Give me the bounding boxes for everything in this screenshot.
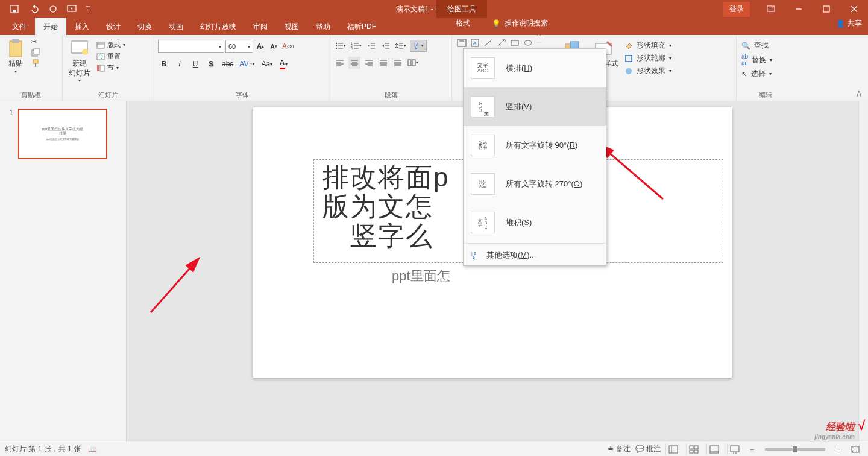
notes-button[interactable]: ≐ 备注 — [608, 444, 630, 454]
align-left-button[interactable] — [334, 57, 346, 69]
zoom-out-button[interactable]: − — [747, 445, 756, 454]
text-direction-vertical[interactable]: ABC文字 竖排(V) — [464, 87, 606, 126]
bullets-button[interactable]: ▾ — [334, 40, 347, 52]
slideshow-view-icon[interactable] — [727, 443, 743, 455]
rectangle-shape-icon[interactable] — [509, 37, 521, 48]
underline-button[interactable]: U — [189, 58, 201, 70]
slide-thumbnail-panel[interactable]: 1 ppt里面怎么将文字改为竖 排版 ppt里面怎么将文字改为竖排版 — [0, 101, 127, 442]
vertical-scrollbar[interactable] — [858, 101, 868, 442]
tab-file[interactable]: 文件 — [4, 18, 35, 35]
font-size-input[interactable]: 60▾ — [225, 40, 253, 53]
title-bar: 演示文稿1 - PowerPoint 绘图工具 登录 — [0, 0, 868, 18]
collapse-ribbon-icon[interactable]: ᐱ — [854, 90, 864, 98]
bold-button[interactable]: B — [158, 58, 170, 70]
shape-outline-button[interactable]: 形状轮廓▾ — [623, 52, 690, 64]
maximize-button[interactable] — [813, 0, 840, 18]
new-slide-button[interactable]: 新建 幻灯片 ▾ — [66, 37, 93, 86]
numbering-button[interactable]: 123▾ — [350, 40, 363, 52]
shape-fill-button[interactable]: 形状填充▾ — [623, 40, 690, 51]
text-direction-stacked[interactable]: 文字ABC 堆积(S) — [464, 203, 606, 242]
font-color-button[interactable]: A▾ — [277, 58, 289, 70]
font-name-input[interactable]: ▾ — [158, 40, 224, 53]
line-shape-icon[interactable] — [482, 37, 494, 48]
select-button[interactable]: ↖选择▾ — [740, 68, 773, 80]
increase-font-icon[interactable]: A▴ — [254, 40, 266, 52]
text-direction-rotate-90[interactable]: 文字ABC 所有文字旋转 90°(R) — [464, 126, 606, 165]
slideshow-start-icon[interactable] — [64, 1, 81, 17]
gallery-more-icon[interactable] — [535, 37, 542, 48]
replace-button[interactable]: abac替换▾ — [740, 52, 773, 67]
close-button[interactable] — [840, 0, 868, 18]
tab-home[interactable]: 开始 — [35, 18, 66, 35]
tab-design[interactable]: 设计 — [98, 18, 129, 35]
distribute-button[interactable] — [392, 57, 404, 69]
arrow-shape-icon[interactable] — [495, 37, 508, 48]
shapes-gallery[interactable]: A — [456, 37, 558, 48]
save-icon[interactable] — [6, 1, 23, 17]
strikethrough-button[interactable]: abc — [221, 58, 234, 70]
slide-sorter-view-icon[interactable] — [686, 443, 702, 455]
tab-help[interactable]: 帮助 — [307, 18, 339, 35]
svg-rect-83 — [669, 446, 678, 453]
clear-format-icon[interactable]: A⌫ — [281, 40, 295, 52]
change-case-button[interactable]: Aa▾ — [260, 58, 274, 70]
section-button[interactable]: 节▾ — [95, 63, 127, 73]
tab-foxit-pdf[interactable]: 福昕PDF — [339, 18, 385, 35]
line-spacing-button[interactable]: ▾ — [394, 40, 407, 52]
zoom-slider[interactable] — [765, 448, 825, 451]
minimize-button[interactable] — [785, 0, 813, 18]
italic-button[interactable]: I — [174, 58, 186, 70]
shape-effects-button[interactable]: 形状效果▾ — [623, 65, 690, 77]
login-button[interactable]: 登录 — [723, 2, 750, 17]
increase-indent-button[interactable] — [380, 40, 392, 52]
cut-button[interactable]: ✂ — [30, 37, 41, 46]
layout-button[interactable]: 版式▾ — [95, 40, 127, 50]
normal-view-icon[interactable] — [665, 443, 681, 455]
shadow-button[interactable]: S — [205, 58, 217, 70]
align-right-button[interactable] — [363, 57, 375, 69]
oval-shape-icon[interactable] — [522, 37, 534, 48]
undo-icon[interactable] — [25, 1, 42, 17]
qat-customize-icon[interactable] — [83, 1, 93, 17]
format-painter-button[interactable] — [30, 59, 41, 68]
char-spacing-button[interactable]: AV↔▾ — [238, 58, 256, 70]
share-button[interactable]: 👤 共享 — [836, 18, 862, 28]
redo-icon[interactable] — [45, 1, 61, 17]
tell-me-search[interactable]: 💡 操作说明搜索 — [486, 18, 554, 28]
zoom-slider-thumb[interactable] — [793, 446, 797, 452]
copy-button[interactable] — [30, 48, 41, 57]
svg-point-16 — [82, 49, 88, 55]
copy-icon — [31, 48, 40, 57]
text-direction-horizontal[interactable]: 文字ABC 横排(H) — [464, 49, 606, 87]
ribbon-display-options-icon[interactable] — [757, 0, 785, 18]
text-direction-more-options[interactable]: ||A 其他选项(M)... — [464, 245, 606, 265]
reset-button[interactable]: 重置 — [95, 51, 127, 62]
justify-button[interactable] — [377, 57, 389, 69]
tab-animations[interactable]: 动画 — [160, 18, 192, 35]
slide-thumbnail-preview[interactable]: ppt里面怎么将文字改为竖 排版 ppt里面怎么将文字改为竖排版 — [18, 109, 107, 159]
slide-thumbnail-1[interactable]: 1 ppt里面怎么将文字改为竖 排版 ppt里面怎么将文字改为竖排版 — [5, 109, 121, 159]
comments-button[interactable]: 💬 批注 — [635, 444, 661, 454]
tab-format[interactable]: 格式 — [447, 18, 479, 28]
textbox-shape-icon[interactable] — [456, 37, 468, 48]
tab-view[interactable]: 视图 — [276, 18, 307, 35]
tab-transitions[interactable]: 切换 — [129, 18, 160, 35]
fit-to-window-icon[interactable] — [848, 443, 863, 455]
zoom-in-button[interactable]: + — [834, 445, 843, 454]
subtitle-textbox[interactable]: ppt里面怎 — [392, 267, 450, 285]
columns-button[interactable]: ▾ — [406, 57, 420, 69]
decrease-indent-button[interactable] — [365, 40, 377, 52]
align-center-button[interactable] — [348, 57, 360, 69]
tab-review[interactable]: 审阅 — [245, 18, 276, 35]
lightbulb-icon: 💡 — [492, 19, 501, 28]
text-direction-rotate-270[interactable]: 文字ABC 所有文字旋转 270°(O) — [464, 165, 606, 203]
reading-view-icon[interactable] — [706, 443, 722, 455]
tab-insert[interactable]: 插入 — [66, 18, 98, 35]
paste-button[interactable]: 粘贴 ▾ — [4, 37, 28, 76]
spellcheck-icon[interactable]: 📖 — [88, 445, 97, 454]
vertical-textbox-icon[interactable]: A — [469, 37, 481, 48]
tab-slideshow[interactable]: 幻灯片放映 — [192, 18, 245, 35]
decrease-font-icon[interactable]: A▾ — [268, 40, 280, 52]
text-direction-button[interactable]: ||A▾ — [410, 40, 427, 52]
find-button[interactable]: 🔍查找 — [740, 40, 773, 51]
